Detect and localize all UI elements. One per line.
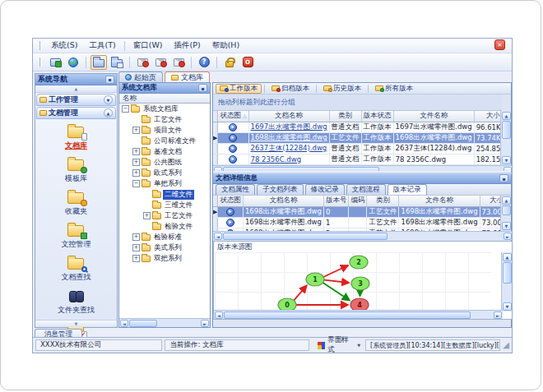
tab-start-page[interactable]: 起始页 bbox=[118, 71, 163, 82]
pin-icon[interactable]: ▪ bbox=[105, 76, 114, 84]
pin-icon[interactable]: ▪ bbox=[198, 84, 207, 92]
sidebar-item-favorites[interactable]: 收藏夹 bbox=[65, 190, 87, 217]
expand-expander-icon[interactable]: + bbox=[132, 169, 140, 177]
detail-tab[interactable]: 文档流程 bbox=[346, 184, 386, 195]
table-row[interactable]: 78 2356C.dwg普通文档工作版本78 2356C.dwg182.15KB… bbox=[213, 154, 502, 164]
table-row[interactable]: ▶1698出水嘴零件图.dwg工艺文件工作版本1698出水嘴零件图.dwg73.… bbox=[213, 132, 502, 143]
column-header[interactable]: 大小 bbox=[480, 196, 502, 206]
tree-node[interactable]: 公司标准文件 bbox=[119, 136, 210, 146]
sidebar-item-doc-search[interactable]: 文档查找 bbox=[62, 256, 91, 283]
column-header[interactable]: 类别 bbox=[329, 111, 361, 122]
toolbar-button[interactable] bbox=[152, 55, 169, 70]
table-row[interactable]: 2637主体(12284).dwg普通文档工作版本2637主体(12284).d… bbox=[213, 143, 502, 154]
data-cell[interactable]: 2637主体(12284).dwg bbox=[248, 143, 329, 154]
column-header[interactable]: 文档名称 bbox=[248, 111, 329, 122]
toolbar-button[interactable] bbox=[134, 55, 151, 70]
menu-grip[interactable] bbox=[39, 41, 42, 50]
menu-item[interactable]: 窗口(W) bbox=[128, 39, 169, 52]
tree-node[interactable]: +检验标准 bbox=[119, 232, 210, 242]
tree-hscrollbar[interactable]: ◄► bbox=[119, 318, 210, 327]
version-node-2[interactable]: 2 bbox=[350, 256, 368, 269]
column-header[interactable]: 文件名称 bbox=[399, 196, 480, 206]
tree-node[interactable]: +美式系列 bbox=[119, 242, 210, 253]
graph-hscrollbar[interactable]: ◄► bbox=[214, 310, 503, 319]
menu-item[interactable]: 系统(S) bbox=[45, 39, 83, 52]
pin-icon[interactable]: ▪ bbox=[499, 174, 508, 182]
sidebar-group-collapsed[interactable]: 工作管理▼ bbox=[36, 94, 116, 106]
close-icon[interactable]: ✕ bbox=[494, 39, 505, 50]
table-row[interactable]: ▶1698出水嘴零件图.dwg0工艺文件1698出水嘴零件图.dwg73.00K… bbox=[213, 206, 502, 217]
data-cell[interactable]: 78 2356C.dwg bbox=[248, 154, 329, 164]
table-row[interactable]: 1698出水嘴零件图.dwg1工艺文件1698出水嘴零件图.dwg73.00KB… bbox=[213, 217, 502, 228]
data-cell[interactable]: 1697出水嘴零件图.dwg bbox=[248, 122, 329, 132]
tree-node[interactable]: +工艺文件 bbox=[119, 210, 210, 221]
expand-expander-icon[interactable]: + bbox=[132, 127, 140, 134]
version-button-3[interactable]: 历史版本 bbox=[319, 84, 365, 94]
expand-expander-icon[interactable]: + bbox=[132, 255, 140, 262]
expand-expander-icon[interactable]: + bbox=[132, 159, 140, 166]
detail-tab[interactable]: 文档属性 bbox=[216, 184, 255, 195]
data-cell[interactable]: 1698出水嘴零件图.dwg bbox=[248, 132, 329, 143]
column-header[interactable]: 类别 bbox=[367, 196, 399, 206]
toolbar-button[interactable] bbox=[65, 55, 81, 70]
toolbar-grip[interactable] bbox=[39, 58, 42, 67]
tree-node[interactable]: 工艺文件 bbox=[119, 114, 210, 125]
tree-node[interactable]: +双把系列 bbox=[119, 253, 210, 264]
menu-item[interactable]: 帮助(H) bbox=[207, 39, 246, 52]
tree-column-header[interactable]: 名称 bbox=[119, 94, 210, 104]
sidebar-scroll-down[interactable]: ▼ bbox=[35, 320, 117, 327]
column-header[interactable]: 版本号 bbox=[323, 196, 349, 206]
toolbar-button[interactable] bbox=[90, 55, 107, 70]
tree-node[interactable]: 检验文件 bbox=[119, 221, 210, 232]
tree-node[interactable]: 二维文件 bbox=[119, 189, 210, 200]
column-header[interactable]: 文件名称 bbox=[393, 111, 474, 122]
version-table-hscrollbar[interactable]: ◄► bbox=[213, 231, 513, 240]
expand-expander-icon[interactable]: + bbox=[143, 212, 151, 219]
sidebar-item-template-library[interactable]: 模板库 bbox=[65, 157, 87, 184]
table-row[interactable]: 1697出水嘴零件图.dwg普通文档工作版本1697出水嘴零件图.dwg96.6… bbox=[213, 122, 502, 132]
expand-expander-icon[interactable]: + bbox=[132, 244, 140, 251]
column-header[interactable]: 编码 bbox=[349, 196, 367, 206]
column-header[interactable]: 版本状态 bbox=[361, 111, 393, 122]
detail-tab[interactable]: 修改记录 bbox=[305, 184, 345, 195]
chevron-up-icon[interactable]: ▲ bbox=[104, 108, 113, 118]
version-button-2[interactable]: 归档版本 bbox=[267, 84, 313, 94]
tree-node[interactable]: +基准文档 bbox=[119, 146, 210, 157]
tree-node[interactable]: −单把系列 bbox=[119, 178, 210, 189]
chevron-down-icon[interactable]: ▼ bbox=[104, 95, 113, 104]
detail-tab[interactable]: 版本记录 bbox=[388, 184, 427, 195]
sidebar-item-doc-control[interactable]: 文控管理 bbox=[62, 223, 91, 250]
sidebar-group-expanded[interactable]: 文档管理▲ bbox=[36, 107, 116, 119]
column-header[interactable]: 大小 bbox=[474, 111, 502, 122]
toolbar-button[interactable]: ? bbox=[196, 55, 212, 70]
expand-expander-icon[interactable]: + bbox=[132, 233, 140, 241]
toolbar-button[interactable] bbox=[221, 55, 238, 70]
menu-item[interactable]: 插件(P) bbox=[168, 39, 206, 52]
sidebar-scroll-up[interactable]: ▲ bbox=[35, 85, 117, 93]
version-table-vscrollbar[interactable]: ▲▼ bbox=[500, 196, 511, 231]
version-button-4[interactable]: 所有版本 bbox=[371, 84, 417, 94]
group-by-hint[interactable]: 拖动列标题到此进行分组 bbox=[213, 95, 502, 111]
version-node-3[interactable]: 3 bbox=[351, 277, 369, 290]
tree-node[interactable]: −系统文档库 bbox=[119, 104, 210, 114]
resize-grip[interactable]: ◢ bbox=[503, 341, 509, 349]
menu-item[interactable]: 工具(T) bbox=[83, 39, 121, 52]
tree-node[interactable]: +欧式系列 bbox=[119, 168, 210, 178]
ui-style-dropdown[interactable]: 界面样式 ▼ bbox=[315, 335, 363, 353]
detail-tab[interactable]: 子文档列表 bbox=[257, 184, 304, 195]
tree-node[interactable]: 三维文件 bbox=[119, 200, 210, 210]
collapse-expander-icon[interactable]: − bbox=[132, 180, 140, 187]
version-node-1[interactable]: 1 bbox=[306, 273, 324, 286]
collapse-expander-icon[interactable]: − bbox=[122, 105, 129, 113]
sidebar-item-doc-library[interactable]: 文档库 bbox=[65, 124, 87, 151]
sidebar-item-folder-search[interactable]: 文件夹查找 bbox=[58, 288, 95, 316]
toolbar-button[interactable]: O bbox=[239, 55, 256, 70]
toolbar-button[interactable] bbox=[170, 55, 187, 70]
column-header[interactable]: 状态图 bbox=[218, 196, 244, 206]
toolbar-button[interactable] bbox=[47, 55, 63, 70]
tree-node[interactable]: +项目文件 bbox=[119, 125, 210, 136]
tree-node[interactable]: +公共图纸 bbox=[119, 157, 210, 168]
graph-vscrollbar[interactable]: ▲▼ bbox=[501, 252, 512, 311]
version-button-1[interactable]: 工作版本 bbox=[216, 84, 262, 94]
column-header[interactable]: 状态图△ bbox=[218, 111, 248, 122]
